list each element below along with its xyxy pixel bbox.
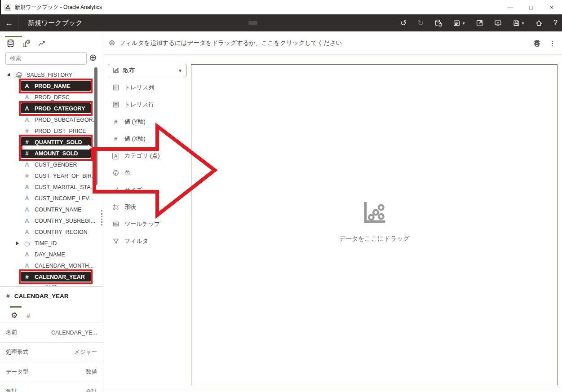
field-list-scrollbar[interactable] bbox=[94, 67, 97, 185]
header-action-button[interactable]: ▾ bbox=[513, 19, 524, 27]
scatter-placeholder-icon bbox=[361, 200, 387, 226]
back-button[interactable]: ← bbox=[0, 14, 18, 31]
gear-icon: ⚙ bbox=[11, 311, 18, 320]
add-dataset-icon[interactable]: ⊕ bbox=[89, 53, 97, 62]
property-row[interactable]: 集計 合計 bbox=[0, 382, 103, 392]
panel-resize-handle[interactable] bbox=[101, 210, 102, 225]
data-panel-sidebar: ⊕ SALES_HISTORY A PROD_NAME A PROD_DESC … bbox=[0, 31, 103, 392]
header-action-button[interactable] bbox=[476, 19, 483, 27]
size-icon bbox=[112, 186, 119, 194]
header-action-button[interactable]: ↺ bbox=[400, 18, 407, 28]
dataset-row[interactable]: SALES_HISTORY bbox=[0, 70, 103, 80]
number-field-icon: # bbox=[23, 273, 31, 280]
home-icon bbox=[535, 19, 543, 27]
field-row[interactable]: A CUST_GENDER bbox=[0, 159, 103, 170]
canvas-placeholder-text: データをここにドラッグ bbox=[339, 235, 409, 243]
field-row[interactable]: # AMOUNT_SOLD bbox=[0, 148, 103, 159]
canvas-settings-icon[interactable] bbox=[533, 39, 541, 48]
workbook-title: 新規ワークブック bbox=[28, 19, 83, 27]
undo-icon: ↺ bbox=[400, 18, 407, 28]
text-field-icon: A bbox=[23, 184, 31, 190]
field-list: A PROD_NAME A PROD_DESC A PROD_CATEGORY … bbox=[0, 80, 103, 286]
close-button[interactable]: × bbox=[541, 0, 562, 14]
number-field-icon: # bbox=[23, 172, 31, 179]
drop-zone[interactable]: サイズ bbox=[108, 181, 187, 198]
panel-tabs bbox=[0, 39, 46, 48]
number-field-icon: # bbox=[23, 150, 31, 157]
panel-tab[interactable] bbox=[22, 39, 31, 48]
header-action-button[interactable] bbox=[494, 19, 502, 27]
field-row[interactable]: A PROD_NAME bbox=[0, 80, 103, 92]
drop-zone[interactable]: 色 bbox=[108, 164, 187, 181]
property-row[interactable]: データ型 数値 bbox=[0, 362, 103, 382]
panel-tab[interactable] bbox=[6, 39, 15, 48]
properties-number-tab[interactable]: # bbox=[27, 312, 30, 320]
properties-general-tab[interactable]: ⚙ bbox=[11, 311, 18, 320]
header-tab[interactable] bbox=[248, 21, 257, 25]
field-row[interactable]: A COUNTRY_REGION bbox=[0, 226, 103, 238]
field-row[interactable]: A COUNTRY_NAME bbox=[0, 204, 103, 215]
field-row[interactable]: ◷ TIME_ID bbox=[0, 238, 103, 249]
chevron-down-icon: ▼ bbox=[178, 68, 182, 73]
drop-zone[interactable]: ツールチップ bbox=[108, 216, 187, 233]
header-action-button[interactable] bbox=[535, 19, 543, 27]
dataset-name: SALES_HISTORY bbox=[27, 72, 72, 78]
filter-icon bbox=[112, 238, 119, 245]
text-field-icon: A bbox=[23, 251, 31, 258]
drop-zone[interactable]: 形状 bbox=[108, 198, 187, 216]
filter-bar-text: フィルタを追加するにはデータをドラッグするか、ここをクリックしてください bbox=[119, 39, 342, 47]
window-title: 新規ワークブック - Oracle Analytics bbox=[15, 4, 102, 11]
field-row[interactable]: A PROD_SUBCATEGOR... bbox=[0, 114, 103, 125]
field-row[interactable]: # PROD_LIST_PRICE bbox=[0, 125, 103, 137]
property-row[interactable]: 処理形式 メジャー bbox=[0, 343, 103, 362]
field-row[interactable]: A PROD_DESC bbox=[0, 92, 103, 103]
property-row[interactable]: 名前 CALENDAR_YE... bbox=[0, 323, 103, 343]
drop-zone[interactable]: トレリス列 bbox=[108, 79, 187, 96]
expanded-caret-icon[interactable] bbox=[7, 73, 12, 78]
kebab-menu-icon[interactable]: ⋮ bbox=[549, 39, 556, 48]
app-icon bbox=[4, 4, 11, 11]
text-field-icon: A bbox=[23, 94, 31, 101]
field-row[interactable]: # CUST_YEAR_OF_BIR... bbox=[0, 170, 103, 181]
active-panel-indicator bbox=[5, 36, 22, 37]
drop-zone[interactable]: # 値 (Y軸) bbox=[108, 113, 187, 130]
field-row[interactable]: # CALENDAR_YEAR bbox=[0, 271, 103, 282]
filter-bar[interactable]: ⊕ フィルタを追加するにはデータをドラッグするか、ここをクリックしてください ⋮ bbox=[103, 31, 562, 55]
header-action-button[interactable]: ↻ bbox=[417, 18, 424, 28]
field-row[interactable]: A COUNTRY_SUBREGI... bbox=[0, 215, 103, 226]
field-row[interactable]: A PROD_CATEGORY bbox=[0, 103, 103, 114]
chart-type-select[interactable]: 散布 ▼ bbox=[108, 64, 187, 77]
header-action-button[interactable]: ▾ bbox=[453, 19, 465, 27]
number-field-icon: # bbox=[6, 292, 10, 300]
text-field-icon: A bbox=[23, 161, 31, 168]
field-row[interactable]: A CUST_MARITAL_STA... bbox=[0, 181, 103, 193]
trellis-rows-icon bbox=[112, 101, 119, 108]
text-field-icon: A bbox=[23, 206, 31, 213]
category-icon: A bbox=[112, 153, 119, 159]
notes-icon bbox=[453, 19, 460, 27]
caret-down-icon: ▾ bbox=[462, 21, 465, 26]
drop-zone[interactable]: # 値 (X軸) bbox=[108, 130, 187, 147]
window-titlebar: 新規ワークブック - Oracle Analytics — □ × bbox=[0, 0, 562, 14]
field-row[interactable]: A CALENDAR_MONTH... bbox=[0, 260, 103, 271]
field-row[interactable]: # QUANTITY_SOLD bbox=[0, 137, 103, 148]
scatter-chart-icon bbox=[112, 67, 119, 74]
text-field-icon: A bbox=[23, 83, 31, 89]
drop-zone[interactable]: A カテゴリ (点) bbox=[108, 147, 187, 164]
shape-icon bbox=[112, 203, 119, 211]
field-row[interactable]: A DAY_NAME bbox=[0, 249, 103, 260]
search-input[interactable] bbox=[5, 52, 87, 65]
drop-zone[interactable]: トレリス行 bbox=[108, 96, 187, 113]
collapsed-caret-icon[interactable] bbox=[16, 242, 19, 245]
field-row[interactable]: マイ計算 bbox=[0, 282, 103, 286]
drop-zone[interactable]: フィルタ bbox=[108, 233, 187, 250]
panel-tab[interactable] bbox=[38, 39, 46, 48]
field-row[interactable]: A CUST_INCOME_LEV... bbox=[0, 193, 103, 204]
header-action-button[interactable] bbox=[434, 19, 442, 27]
maximize-button[interactable]: □ bbox=[521, 0, 541, 14]
open-window-icon bbox=[476, 19, 483, 27]
add-filter-icon[interactable]: ⊕ bbox=[109, 39, 115, 47]
minimize-button[interactable]: — bbox=[500, 0, 521, 14]
visualization-canvas[interactable]: データをここにドラッグ bbox=[191, 64, 558, 385]
header-action-button[interactable]: ? bbox=[553, 18, 558, 27]
